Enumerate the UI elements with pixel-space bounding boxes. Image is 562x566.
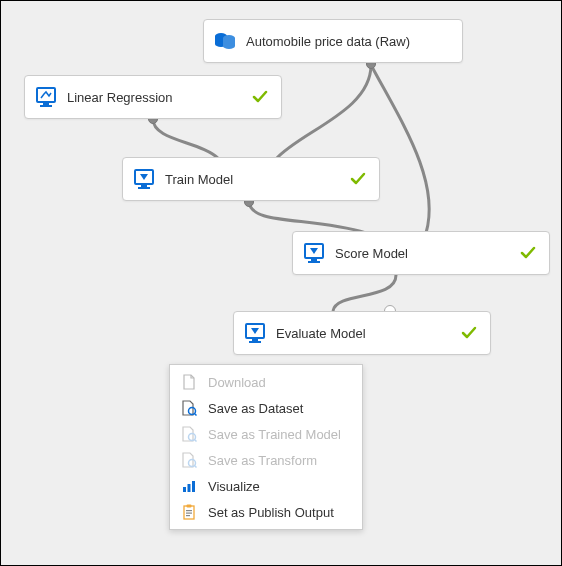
check-icon [519,244,537,262]
document-icon [180,373,198,391]
node-train-model[interactable]: Train Model [122,157,380,201]
node-label: Train Model [165,172,335,187]
svg-line-23 [195,466,197,468]
svg-rect-28 [187,505,192,508]
module-icon [133,168,155,190]
menu-label: Save as Trained Model [208,427,341,442]
menu-save-transform: Save as Transform [170,447,362,473]
check-icon [460,324,478,342]
node-dataset[interactable]: Automobile price data (Raw) [203,19,463,63]
menu-label: Set as Publish Output [208,505,334,520]
svg-rect-31 [186,515,190,516]
node-label: Score Model [335,246,505,261]
context-menu: Download Save as Dataset Save as Trained… [169,364,363,530]
menu-visualize[interactable]: Visualize [170,473,362,499]
node-evaluate-model[interactable]: Evaluate Model [233,311,491,355]
svg-rect-8 [40,105,52,107]
node-score-model[interactable]: Score Model [292,231,550,275]
svg-rect-11 [138,187,150,189]
svg-rect-6 [37,88,55,102]
svg-line-21 [195,440,197,442]
menu-download: Download [170,369,362,395]
menu-save-trained-model: Save as Trained Model [170,421,362,447]
svg-rect-14 [308,261,320,263]
menu-save-dataset[interactable]: Save as Dataset [170,395,362,421]
node-linear-regression[interactable]: Linear Regression [24,75,282,119]
check-icon [251,88,269,106]
svg-rect-17 [249,341,261,343]
experiment-canvas[interactable]: Automobile price data (Raw) Linear Regre… [0,0,562,566]
module-icon [244,322,266,344]
node-label: Linear Regression [67,90,237,105]
menu-label: Visualize [208,479,260,494]
node-label: Automobile price data (Raw) [246,34,450,49]
menu-label: Save as Dataset [208,401,303,416]
menu-label: Download [208,375,266,390]
svg-point-5 [223,43,235,49]
chart-icon [180,477,198,495]
check-icon [349,170,367,188]
save-doc-icon [180,399,198,417]
svg-rect-29 [186,510,192,511]
dataset-icon [214,30,236,52]
svg-point-20 [189,434,196,441]
svg-rect-25 [188,484,191,492]
svg-point-22 [189,460,196,467]
svg-rect-30 [186,513,192,514]
node-label: Evaluate Model [276,326,446,341]
clipboard-icon [180,503,198,521]
svg-rect-24 [183,487,186,492]
save-doc-icon [180,451,198,469]
svg-point-18 [189,408,196,415]
module-icon [35,86,57,108]
svg-line-19 [195,414,197,416]
svg-rect-26 [192,481,195,492]
module-icon [303,242,325,264]
menu-label: Save as Transform [208,453,317,468]
menu-set-publish-output[interactable]: Set as Publish Output [170,499,362,525]
save-doc-icon [180,425,198,443]
